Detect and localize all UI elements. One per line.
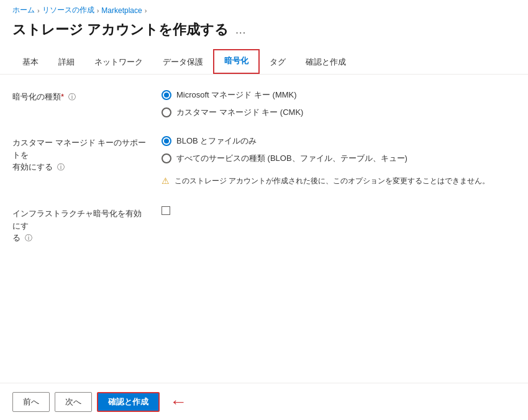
encryption-type-controls: Microsoft マネージド キー (MMK) カスタマー マネージド キー … [162, 89, 516, 118]
tab-data-protection[interactable]: データ保護 [153, 52, 213, 74]
radio-blob-files-indicator [162, 136, 171, 146]
radio-cmk-label: カスタマー マネージド キー (CMK) [176, 107, 303, 118]
tabs-container: 基本 詳細 ネットワーク データ保護 暗号化 タグ 確認と作成 [0, 49, 528, 75]
tab-encryption[interactable]: 暗号化 [213, 49, 260, 74]
infra-label-line2-text: る [12, 233, 20, 242]
radio-all-services[interactable]: すべてのサービスの種類 (BLOB、ファイル、テーブル、キュー) [162, 153, 516, 164]
radio-mmk[interactable]: Microsoft マネージド キー (MMK) [162, 89, 516, 101]
tab-advanced[interactable]: 詳細 [48, 52, 84, 74]
radio-cmk-indicator [162, 107, 171, 117]
review-create-button[interactable]: 確認と作成 [97, 392, 160, 412]
bottom-bar: 前へ 次へ 確認と作成 ← [0, 383, 528, 420]
infra-label-line1: インフラストラクチャ暗号化を有効にす [12, 208, 149, 232]
infra-info-icon[interactable]: ⓘ [25, 234, 32, 242]
infra-label-line2: る ⓘ [12, 232, 149, 244]
tab-basics[interactable]: 基本 [12, 52, 48, 74]
breadcrumb-marketplace[interactable]: Marketplace [101, 6, 142, 15]
tab-tags[interactable]: タグ [260, 52, 296, 74]
customer-managed-key-row: カスタマー マネージド キーのサポートを 有効にする ⓘ BLOB とファイルの… [12, 135, 516, 189]
encryption-type-row: 暗号化の種類* ⓘ Microsoft マネージド キー (MMK) カスタマー… [12, 89, 516, 118]
breadcrumb-sep1: › [37, 7, 40, 14]
radio-all-services-label: すべてのサービスの種類 (BLOB、ファイル、テーブル、キュー) [176, 153, 407, 164]
radio-mmk-label: Microsoft マネージド キー (MMK) [176, 89, 297, 101]
cmk-label-line1: カスタマー マネージド キーのサポートを [12, 137, 149, 161]
infra-encryption-controls [162, 206, 516, 215]
breadcrumb-home[interactable]: ホーム [12, 5, 35, 16]
infra-encryption-row: インフラストラクチャ暗号化を有効にす る ⓘ [12, 206, 516, 244]
breadcrumb: ホーム › リソースの作成 › Marketplace › [0, 0, 528, 18]
radio-blob-files[interactable]: BLOB とファイルのみ [162, 135, 516, 147]
tab-review[interactable]: 確認と作成 [296, 52, 356, 74]
arrow-indicator-icon: ← [170, 392, 187, 412]
radio-mmk-indicator [162, 90, 171, 100]
encryption-type-info-icon[interactable]: ⓘ [68, 93, 76, 101]
encryption-type-label-text: 暗号化の種類 [12, 92, 61, 101]
next-button[interactable]: 次へ [55, 392, 92, 412]
radio-all-services-indicator [162, 153, 171, 163]
radio-cmk[interactable]: カスタマー マネージド キー (CMK) [162, 107, 516, 118]
breadcrumb-sep2: › [97, 7, 99, 14]
warning-text: このストレージ アカウントが作成された後に、このオプションを変更することはできま… [175, 175, 489, 186]
breadcrumb-sep3: › [145, 7, 147, 14]
infra-encryption-checkbox[interactable] [162, 206, 170, 215]
page-title: ストレージ アカウントを作成する [12, 21, 229, 39]
cmk-label-line2-text: 有効にする [12, 162, 53, 171]
prev-button[interactable]: 前へ [12, 392, 50, 412]
page-title-more-icon[interactable]: … [235, 24, 246, 37]
page-title-row: ストレージ アカウントを作成する … [0, 18, 528, 49]
warning-icon: ⚠ [162, 176, 170, 186]
cmk-label-line2: 有効にする ⓘ [12, 161, 149, 173]
infra-encryption-label: インフラストラクチャ暗号化を有効にす る ⓘ [12, 206, 149, 244]
breadcrumb-create-resource[interactable]: リソースの作成 [42, 5, 94, 16]
radio-blob-files-label: BLOB とファイルのみ [176, 135, 257, 147]
customer-managed-key-label: カスタマー マネージド キーのサポートを 有効にする ⓘ [12, 135, 149, 173]
warning-box: ⚠ このストレージ アカウントが作成された後に、このオプションを変更することはで… [162, 173, 516, 189]
cmk-controls: BLOB とファイルのみ すべてのサービスの種類 (BLOB、ファイル、テーブル… [162, 135, 516, 189]
encryption-type-label: 暗号化の種類* ⓘ [12, 89, 149, 103]
form-area: 暗号化の種類* ⓘ Microsoft マネージド キー (MMK) カスタマー… [0, 75, 528, 274]
encryption-type-required: * [61, 92, 64, 101]
tab-network[interactable]: ネットワーク [84, 52, 153, 74]
cmk-info-icon[interactable]: ⓘ [57, 163, 65, 171]
